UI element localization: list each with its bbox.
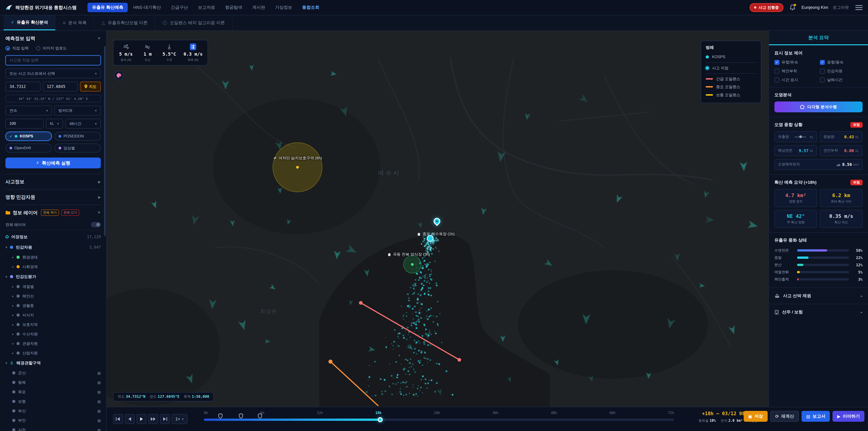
timeline-handle[interactable] xyxy=(378,417,383,422)
fence-event-marker[interactable] xyxy=(239,412,243,420)
grid-icon[interactable]: ▦ xyxy=(97,409,101,413)
grid-icon[interactable]: ▦ xyxy=(97,390,101,394)
layers-all-off-button[interactable]: 전체 끄기 xyxy=(61,210,79,216)
master-layer-toggle[interactable] xyxy=(91,222,101,227)
summary-header[interactable]: 분석 요약 xyxy=(769,31,868,45)
layer-child-sacheon[interactable]: 사천▦ xyxy=(5,425,101,431)
nav-board[interactable]: 게시판 xyxy=(248,3,270,12)
report-button[interactable]: ▤보고서 xyxy=(802,411,830,422)
layers-all-on-button[interactable]: 전체 켜기 xyxy=(41,210,59,216)
grid-icon[interactable]: ▦ xyxy=(97,380,101,385)
notifications-button[interactable] xyxy=(788,3,797,12)
fast-forward-button[interactable] xyxy=(148,414,158,424)
run-forecast-button[interactable]: ⚡확산예측 실행 xyxy=(5,157,101,168)
nav-rescue[interactable]: 긴급구난 xyxy=(166,3,193,12)
option-shore-adhesion[interactable]: 해안부착 xyxy=(774,68,817,74)
step-back-button[interactable] xyxy=(125,414,135,424)
layer-child-socioeconomic[interactable]: ▸사회경제 xyxy=(5,262,101,271)
spill-type-select[interactable]: 연속▾ xyxy=(5,105,52,116)
layer-child-buan[interactable]: 부안▦ xyxy=(5,415,101,425)
recalculate-button[interactable]: ⟳재계산 xyxy=(770,411,799,422)
incident-status-badge[interactable]: 사고 진행중 xyxy=(749,3,783,12)
layer-child-fishery-res[interactable]: ▸수산자원 xyxy=(5,329,101,339)
tab-spill-analysis[interactable]: ⚡ 유출유 확산분석 xyxy=(4,16,56,30)
polygon-analysis-button[interactable]: 다각형 분석수행 xyxy=(774,101,863,112)
grid-icon[interactable]: ▦ xyxy=(97,428,101,431)
impact-resources-accordion[interactable]: 영향 민감자원▶ xyxy=(5,189,101,205)
layer-row-kcg-districts[interactable]: ▾ ⚓ 해경관할구역 xyxy=(5,358,101,368)
accident-list-select[interactable]: 또는 사고 리스트에서 선택▾ xyxy=(5,68,101,79)
amount-unit-select[interactable]: kL▾ xyxy=(46,119,63,129)
layer-row-sensitive-resources[interactable]: ▾ 민감자원 3,947 xyxy=(5,242,101,252)
layer-child-habitat[interactable]: ▸서식지 xyxy=(5,310,101,320)
layer-row-fishery[interactable]: 어장정보 17,129 xyxy=(5,232,101,242)
radio-direct-input[interactable]: 직접 입력 xyxy=(5,45,29,51)
duration-select[interactable]: 48시간▾ xyxy=(65,119,101,129)
model-chip-poseidon[interactable]: POSEIDON xyxy=(55,132,101,141)
grid-icon[interactable]: ▦ xyxy=(97,371,101,375)
layer-child-eco[interactable]: ▸환경생태 xyxy=(5,252,101,262)
nav-hns[interactable]: HNS·대기확산 xyxy=(129,3,165,12)
layer-child-mokpo[interactable]: 목포▦ xyxy=(5,387,101,397)
layer-child-protected[interactable]: ▸보호지역 xyxy=(5,320,101,329)
model-chip-opendrift[interactable]: OpenDrift xyxy=(5,144,52,153)
skip-start-button[interactable] xyxy=(113,414,123,424)
map-canvas-area[interactable]: 여수시 화양면 여자만 습지보호구역 (6h) 종포 해수욕장 (1h) xyxy=(107,31,769,407)
longitude-input[interactable] xyxy=(43,82,78,92)
layer-child-donghae[interactable]: 동해▦ xyxy=(5,378,101,387)
layer-child-gunsan[interactable]: 군산▦ xyxy=(5,368,101,378)
playback-speed-select[interactable]: 1×▾ xyxy=(172,414,187,424)
radio-image-upload[interactable]: 이미지 업로드 xyxy=(36,45,67,51)
latitude-input[interactable] xyxy=(5,82,40,92)
grid-icon[interactable]: ▦ xyxy=(97,418,101,423)
map-style-button[interactable] xyxy=(114,70,124,81)
option-datetime[interactable]: 날짜시간 xyxy=(820,77,863,83)
layer-child-coastline[interactable]: ▸해안선 xyxy=(5,291,101,301)
model-chip-ensemble[interactable]: 앙상블 xyxy=(55,144,101,153)
fence-event-marker[interactable] xyxy=(258,412,262,420)
layer-child-industry[interactable]: ▸산업자원 xyxy=(5,348,101,358)
chevron-right-icon: ▸ xyxy=(12,304,14,307)
save-button[interactable]: ▣저장 xyxy=(744,411,768,422)
logout-link[interactable]: 로그아웃 xyxy=(833,5,849,10)
grid-icon[interactable]: ▦ xyxy=(97,399,101,404)
pick-on-map-button[interactable]: 지도 xyxy=(80,82,101,92)
nav-aerial[interactable]: 항공탐색 xyxy=(221,3,247,12)
tab-model-theory[interactable]: △ 유출유확산모델 이론 xyxy=(94,16,155,30)
option-current-dir[interactable]: 유향/유속 xyxy=(774,60,817,65)
layer-child-tourism[interactable]: ▸관광자원 xyxy=(5,339,101,348)
spill-amount-mini-slider[interactable] xyxy=(795,136,806,137)
oil-type-select[interactable]: 벙커C유▾ xyxy=(54,105,101,116)
layer-row-sensitivity[interactable]: ▾ 민감도평가 xyxy=(5,271,101,282)
layer-child-boryeong[interactable]: 보령▦ xyxy=(5,397,101,406)
layer-child-species[interactable]: ▸생물종 xyxy=(5,301,101,310)
owner-insurance-accordion[interactable]: 선주 / 보험 ▸ xyxy=(769,304,868,320)
spill-amount-input[interactable] xyxy=(5,119,43,129)
nav-reports[interactable]: 보고자료 xyxy=(193,3,220,12)
layer-child-busan[interactable]: 부산▦ xyxy=(5,406,101,415)
layer-child-seasonal[interactable]: ▸계절별 xyxy=(5,282,101,291)
accident-info-accordion[interactable]: 사고정보▶ xyxy=(5,174,101,189)
model-chip-kosps[interactable]: ✓KOSPS xyxy=(5,132,52,141)
option-wind-dir[interactable]: 풍향/풍속 xyxy=(820,60,863,65)
menu-icon[interactable] xyxy=(855,5,863,10)
nav-spill-forecast[interactable]: 유출유 확산예측 xyxy=(88,3,128,12)
tab-boom-algorithm-theory[interactable]: ⓘ 오일펜스 배치 알고리즘 이론 xyxy=(155,16,232,30)
option-sensitive-res[interactable]: 민감자원 xyxy=(820,68,863,74)
vessel-specs-accordion[interactable]: 사고 선박 제원 ▸ xyxy=(769,287,868,304)
app-logo[interactable]: 해양환경 위기대응 통합시스템 xyxy=(5,4,76,11)
sidebar-scrollbar[interactable] xyxy=(104,46,106,236)
skip-end-button[interactable] xyxy=(160,414,170,424)
accident-name-input[interactable] xyxy=(5,55,101,65)
nav-weather[interactable]: 기상정보 xyxy=(271,3,297,12)
timeline-slider[interactable] xyxy=(204,419,674,421)
fence-event-marker[interactable] xyxy=(218,412,222,420)
play-button[interactable] xyxy=(136,414,147,424)
predict-section-header[interactable]: 예측정보 입력 ▼ xyxy=(5,35,101,41)
nav-integrated-search[interactable]: 통합조회 xyxy=(298,3,324,12)
legend-line-icon xyxy=(706,94,713,96)
timeline-ticks: 0h6h12h18h24h36h48h60h72h xyxy=(204,411,674,415)
option-time-display[interactable]: 시간 표시 xyxy=(774,77,817,83)
tab-analysis-list[interactable]: ≡ 분석 목록 xyxy=(56,16,94,30)
continue-button[interactable]: ▶이어하기 xyxy=(833,411,864,422)
